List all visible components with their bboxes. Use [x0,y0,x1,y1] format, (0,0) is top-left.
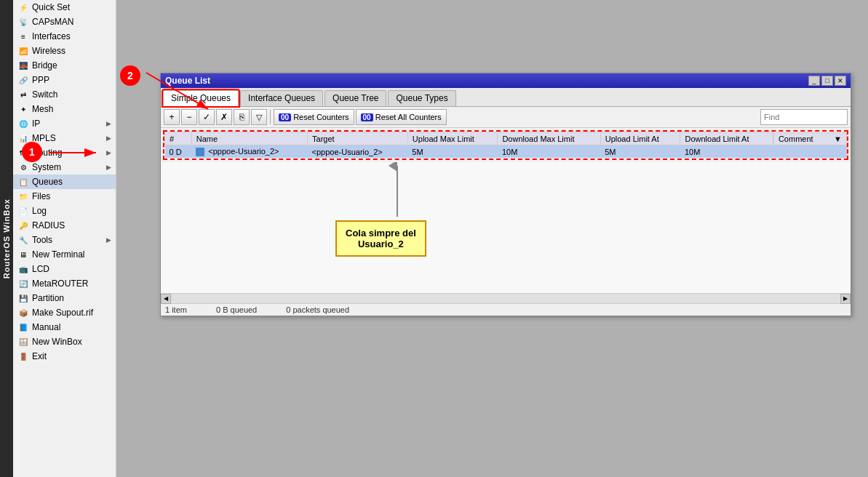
col-upload-max: Upload Max Limit [407,132,498,145]
col-target: Target [308,132,408,145]
sidebar-item-capsman[interactable]: 📡 CAPsMAN [13,15,116,29]
partition-icon: 💾 [17,292,29,304]
sidebar: ⚡ Quick Set 📡 CAPsMAN ≡ Interfaces 📶 Wir… [13,0,116,477]
queue-list-window: Queue List _ □ ✕ Simple Queues Interface… [160,73,851,316]
disable-button[interactable]: ✗ [216,109,232,125]
tab-queue-tree[interactable]: Queue Tree [324,90,386,106]
system-icon: ⚙ [17,161,29,173]
col-download-limit: Download Limit At [680,132,773,145]
tab-interface-queues[interactable]: Interface Queues [240,90,323,106]
sidebar-item-wireless[interactable]: 📶 Wireless [13,44,116,58]
col-upload-limit: Upload Limit At [600,132,680,145]
sidebar-item-exit[interactable]: 🚪 Exit [13,349,116,364]
ppp-icon: 🔗 [17,74,29,86]
sidebar-item-log[interactable]: 📄 Log [13,204,116,218]
queue-table: # Name Target Upload Max Limit Download … [164,132,847,159]
ip-icon: 🌐 [17,118,29,129]
sidebar-item-system[interactable]: ⚙ System ▶ [13,160,116,175]
column-menu-icon[interactable]: ▼ [834,135,842,143]
ip-expand-arrow: ▶ [106,120,111,127]
mpls-expand-arrow: ▶ [106,135,111,142]
sidebar-item-quick-set[interactable]: ⚡ Quick Set [13,0,116,15]
wireless-icon: 📶 [17,45,29,57]
sidebar-item-interfaces[interactable]: ≡ Interfaces [13,29,116,44]
queue-item-icon [196,148,204,156]
cell-name: <pppoe-Usuario_2> [191,145,307,159]
sidebar-item-queues[interactable]: 📋 Queues [13,175,116,189]
exit-icon: 🚪 [17,350,29,362]
cell-download-max: 10M [498,145,600,159]
cell-comment [773,145,847,159]
cell-upload-limit: 5M [600,145,680,159]
scroll-right-arrow[interactable]: ▶ [840,294,851,304]
table-empty-area: Cola simpre delUsuario_2 [161,162,851,293]
status-bar: 1 item 0 B queued 0 packets queued [161,303,851,316]
maximize-button[interactable]: □ [821,76,833,86]
sidebar-item-lcd[interactable]: 📺 LCD [13,262,116,276]
tab-queue-types[interactable]: Queue Types [388,90,455,106]
window-titlebar: Queue List _ □ ✕ [161,73,851,88]
sidebar-item-new-terminal[interactable]: 🖥 New Terminal [13,247,116,262]
annotation-arrow-1 [45,145,103,160]
annotation-badge-2: 2 [120,65,140,86]
minimize-button[interactable]: _ [808,76,820,86]
sidebar-item-metarouter[interactable]: 🔄 MetaROUTER [13,276,116,291]
col-comment: Comment ▼ [773,132,847,145]
col-num: # [165,132,192,145]
sidebar-item-make-supout[interactable]: 📦 Make Supout.rif [13,305,116,320]
supout-icon: 📦 [17,307,29,318]
routing-expand-arrow: ▶ [106,149,111,156]
sidebar-item-manual[interactable]: 📘 Manual [13,320,116,334]
tools-icon: 🔧 [17,234,29,246]
sidebar-item-bridge[interactable]: 🌉 Bridge [13,58,116,73]
quick-set-icon: ⚡ [17,1,29,13]
cell-num: 0 D [165,145,192,159]
main-content: Queue List _ □ ✕ Simple Queues Interface… [116,0,868,477]
reset-counters-button[interactable]: 00 Reset Counters [274,109,354,125]
files-icon: 📁 [17,191,29,202]
sidebar-item-partition[interactable]: 💾 Partition [13,291,116,305]
tabs-bar: Simple Queues Interface Queues Queue Tre… [161,88,851,107]
svg-line-3 [146,73,208,109]
status-items: 1 item [165,305,187,314]
annotation-badge-1: 1 [22,142,42,162]
cell-download-limit: 10M [680,145,773,159]
sidebar-item-radius[interactable]: 🔑 RADIUS [13,218,116,233]
queue-table-container: # Name Target Upload Max Limit Download … [163,130,848,160]
status-packets-queued: 0 packets queued [286,305,349,314]
horizontal-scrollbar[interactable]: ◀ ▶ [161,293,851,303]
col-download-max: Download Max Limit [498,132,600,145]
mesh-icon: ✦ [17,103,29,115]
col-name: Name [191,132,307,145]
callout-box: Cola simpre delUsuario_2 [335,220,426,257]
table-row[interactable]: 0 D <pppoe-Usuario_2> <pppoe-Usuario_2> … [165,145,848,159]
sidebar-item-tools[interactable]: 🔧 Tools ▶ [13,233,116,247]
sidebar-item-files[interactable]: 📁 Files [13,189,116,204]
queues-icon: 📋 [17,176,29,188]
log-icon: 📄 [17,205,29,217]
lcd-icon: 📺 [17,263,29,275]
scroll-left-arrow[interactable]: ◀ [161,294,171,304]
toolbar-separator [270,110,271,124]
table-header-row: # Name Target Upload Max Limit Download … [165,132,848,145]
find-input[interactable] [760,109,848,125]
cell-target: <pppoe-Usuario_2> [308,145,408,159]
tools-expand-arrow: ▶ [106,236,111,244]
sidebar-item-new-winbox[interactable]: 🪟 New WinBox [13,334,116,349]
sidebar-item-ppp[interactable]: 🔗 PPP [13,73,116,87]
reset-all-counters-button[interactable]: 00 Reset All Counters [356,109,447,125]
manual-icon: 📘 [17,321,29,333]
bridge-icon: 🌉 [17,60,29,71]
sidebar-item-switch[interactable]: ⇄ Switch [13,87,116,102]
annotation-arrow-2 [143,69,215,113]
interfaces-icon: ≡ [17,31,29,42]
winbox-sidebar-label: RouterOS WinBox [0,0,13,477]
metarouter-icon: 🔄 [17,278,29,289]
copy-button[interactable]: ⎘ [234,109,250,125]
sidebar-item-mesh[interactable]: ✦ Mesh [13,102,116,116]
close-button[interactable]: ✕ [835,76,846,86]
sidebar-item-ip[interactable]: 🌐 IP ▶ [13,116,116,131]
terminal-icon: 🖥 [17,249,29,260]
status-bytes-queued: 0 B queued [216,305,257,314]
filter-button[interactable]: ▽ [251,109,267,125]
